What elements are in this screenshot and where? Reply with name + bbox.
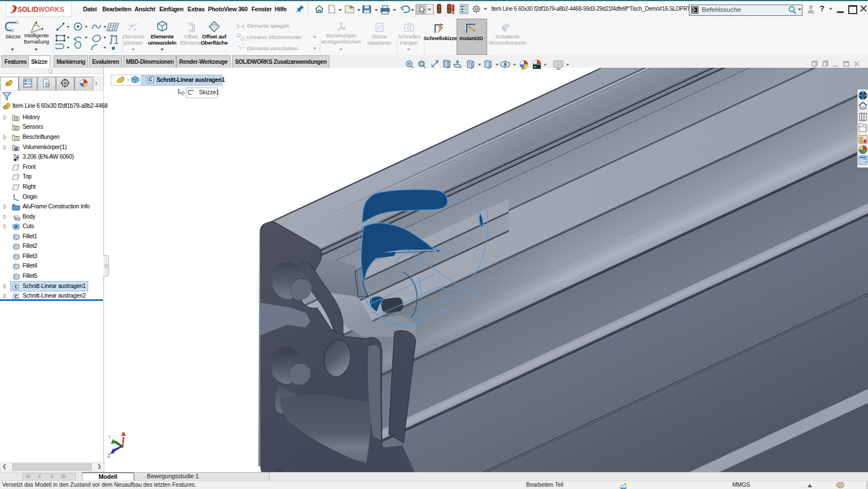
svg-text:Z: Z	[107, 453, 111, 459]
svg-text:SOLIDWORKS: SOLIDWORKS	[18, 6, 64, 14]
svg-text:x: x	[121, 431, 124, 436]
svg-text:A: A	[15, 137, 17, 140]
svg-text:Y: Y	[108, 434, 111, 440]
